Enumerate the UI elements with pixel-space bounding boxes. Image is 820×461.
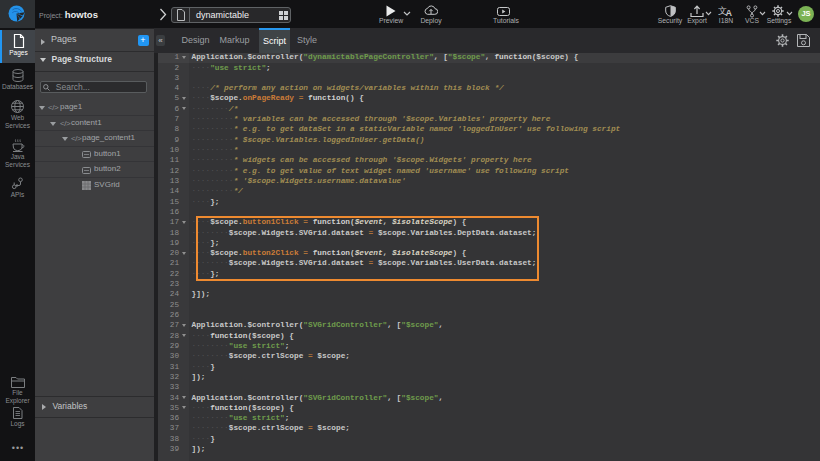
svg-text:A: A <box>726 8 733 17</box>
